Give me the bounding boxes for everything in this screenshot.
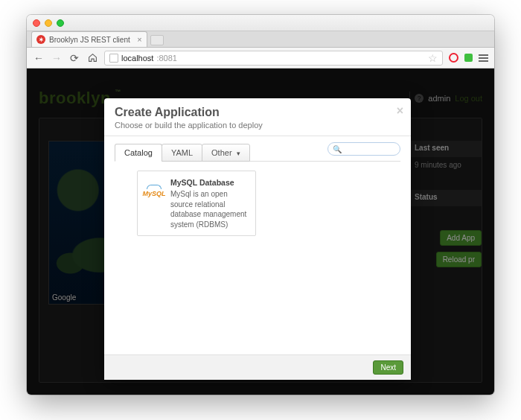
modal-footer: Next xyxy=(104,354,411,380)
page-icon xyxy=(109,54,118,63)
bookmark-star-icon[interactable]: ☆ xyxy=(428,52,438,64)
browser-tabstrip: ✶ Brooklyn JS REST client × xyxy=(27,31,494,48)
modal-body: Catalog YAML Other ▾ 🔍 MySQL MySQL Data xyxy=(104,136,411,354)
tab-catalog[interactable]: Catalog xyxy=(115,144,162,162)
next-button[interactable]: Next xyxy=(373,360,403,375)
tab-other-label: Other xyxy=(211,148,232,157)
chevron-down-icon: ▾ xyxy=(237,150,240,157)
home-button[interactable] xyxy=(86,52,98,64)
zoom-window-button[interactable] xyxy=(57,19,64,27)
catalog-item-desc: MySql is an open source relational datab… xyxy=(170,189,249,229)
extension-green-icon[interactable] xyxy=(464,54,473,62)
url-host: localhost xyxy=(121,54,153,63)
modal-header: Create Application Choose or build the a… xyxy=(104,98,411,136)
search-icon: 🔍 xyxy=(333,145,342,153)
browser-menu-button[interactable] xyxy=(479,54,488,62)
new-tab-button[interactable] xyxy=(150,35,164,45)
close-tab-icon[interactable]: × xyxy=(137,35,141,44)
browser-window: ✶ Brooklyn JS REST client × ← → ⟳ localh… xyxy=(27,15,494,395)
reload-button[interactable]: ⟳ xyxy=(68,52,80,64)
browser-tab[interactable]: ✶ Brooklyn JS REST client × xyxy=(31,31,147,47)
close-icon[interactable]: × xyxy=(397,104,403,118)
tab-title: Brooklyn JS REST client xyxy=(49,36,130,44)
home-icon xyxy=(88,53,98,63)
toolbar-extensions xyxy=(449,53,488,63)
catalog-item-name: MySQL Database xyxy=(170,177,249,188)
catalog-item-mysql[interactable]: MySQL MySQL Database MySql is an open so… xyxy=(137,171,256,236)
back-button[interactable]: ← xyxy=(33,52,45,64)
traffic-lights xyxy=(27,19,64,27)
mysql-logo-text: MySQL xyxy=(142,189,165,198)
url-port: :8081 xyxy=(156,54,177,63)
modal-title: Create Application xyxy=(115,106,400,119)
page-content: brooklyn ™ ? admin Log out Google Last s… xyxy=(27,69,494,395)
minimize-window-button[interactable] xyxy=(45,19,52,27)
close-window-button[interactable] xyxy=(33,19,40,27)
tab-yaml[interactable]: YAML xyxy=(162,144,202,162)
tab-other[interactable]: Other ▾ xyxy=(202,144,250,162)
catalog-search-input[interactable]: 🔍 xyxy=(327,142,400,156)
mac-titlebar xyxy=(27,15,494,31)
forward-button[interactable]: → xyxy=(51,52,63,64)
modal-subtitle: Choose or build the application to deplo… xyxy=(115,121,400,130)
browser-toolbar: ← → ⟳ localhost:8081 ☆ xyxy=(27,48,494,69)
address-bar[interactable]: localhost:8081 ☆ xyxy=(104,51,443,66)
mysql-logo-icon: MySQL xyxy=(142,185,166,198)
favicon-icon: ✶ xyxy=(36,35,45,44)
extension-adblock-icon[interactable] xyxy=(449,53,458,63)
create-application-modal: Create Application Choose or build the a… xyxy=(104,98,411,380)
